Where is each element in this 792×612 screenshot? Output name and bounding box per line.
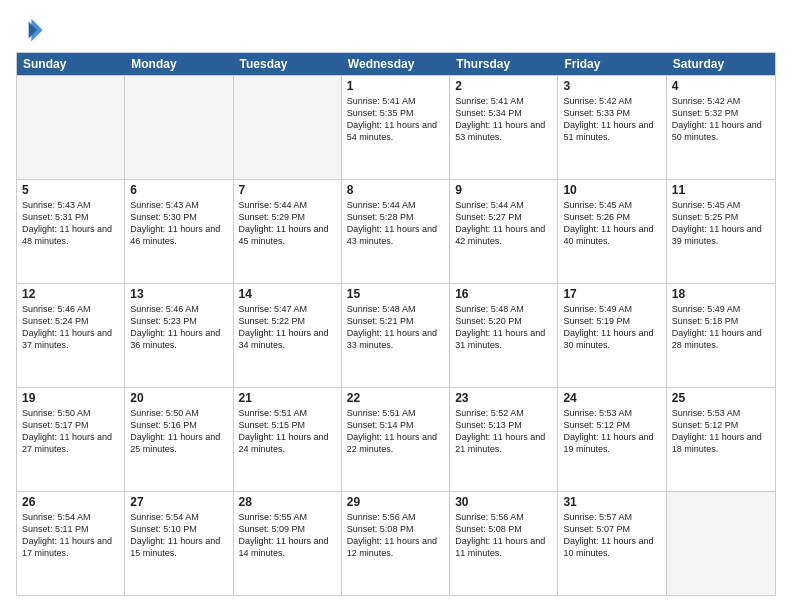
day-info: Sunrise: 5:42 AM Sunset: 5:32 PM Dayligh… — [672, 95, 770, 144]
day-cell-11: 11Sunrise: 5:45 AM Sunset: 5:25 PM Dayli… — [667, 180, 775, 283]
day-number: 19 — [22, 391, 119, 405]
day-cell-29: 29Sunrise: 5:56 AM Sunset: 5:08 PM Dayli… — [342, 492, 450, 595]
day-info: Sunrise: 5:45 AM Sunset: 5:25 PM Dayligh… — [672, 199, 770, 248]
day-cell-6: 6Sunrise: 5:43 AM Sunset: 5:30 PM Daylig… — [125, 180, 233, 283]
day-info: Sunrise: 5:51 AM Sunset: 5:14 PM Dayligh… — [347, 407, 444, 456]
day-cell-3: 3Sunrise: 5:42 AM Sunset: 5:33 PM Daylig… — [558, 76, 666, 179]
day-info: Sunrise: 5:56 AM Sunset: 5:08 PM Dayligh… — [455, 511, 552, 560]
day-info: Sunrise: 5:49 AM Sunset: 5:18 PM Dayligh… — [672, 303, 770, 352]
empty-cell — [234, 76, 342, 179]
day-info: Sunrise: 5:48 AM Sunset: 5:20 PM Dayligh… — [455, 303, 552, 352]
day-number: 13 — [130, 287, 227, 301]
calendar-header: SundayMondayTuesdayWednesdayThursdayFrid… — [17, 53, 775, 75]
day-cell-30: 30Sunrise: 5:56 AM Sunset: 5:08 PM Dayli… — [450, 492, 558, 595]
day-info: Sunrise: 5:41 AM Sunset: 5:35 PM Dayligh… — [347, 95, 444, 144]
day-cell-19: 19Sunrise: 5:50 AM Sunset: 5:17 PM Dayli… — [17, 388, 125, 491]
day-number: 29 — [347, 495, 444, 509]
header-day-friday: Friday — [558, 53, 666, 75]
day-info: Sunrise: 5:44 AM Sunset: 5:29 PM Dayligh… — [239, 199, 336, 248]
day-info: Sunrise: 5:51 AM Sunset: 5:15 PM Dayligh… — [239, 407, 336, 456]
day-info: Sunrise: 5:50 AM Sunset: 5:16 PM Dayligh… — [130, 407, 227, 456]
calendar: SundayMondayTuesdayWednesdayThursdayFrid… — [16, 52, 776, 596]
logo — [16, 16, 48, 44]
day-number: 1 — [347, 79, 444, 93]
day-info: Sunrise: 5:49 AM Sunset: 5:19 PM Dayligh… — [563, 303, 660, 352]
calendar-row-3: 19Sunrise: 5:50 AM Sunset: 5:17 PM Dayli… — [17, 387, 775, 491]
day-number: 28 — [239, 495, 336, 509]
day-info: Sunrise: 5:43 AM Sunset: 5:31 PM Dayligh… — [22, 199, 119, 248]
day-cell-20: 20Sunrise: 5:50 AM Sunset: 5:16 PM Dayli… — [125, 388, 233, 491]
day-number: 3 — [563, 79, 660, 93]
day-number: 8 — [347, 183, 444, 197]
day-number: 25 — [672, 391, 770, 405]
day-cell-21: 21Sunrise: 5:51 AM Sunset: 5:15 PM Dayli… — [234, 388, 342, 491]
calendar-body: 1Sunrise: 5:41 AM Sunset: 5:35 PM Daylig… — [17, 75, 775, 595]
header-day-monday: Monday — [125, 53, 233, 75]
day-info: Sunrise: 5:55 AM Sunset: 5:09 PM Dayligh… — [239, 511, 336, 560]
day-number: 21 — [239, 391, 336, 405]
day-cell-12: 12Sunrise: 5:46 AM Sunset: 5:24 PM Dayli… — [17, 284, 125, 387]
day-number: 4 — [672, 79, 770, 93]
header — [16, 16, 776, 44]
header-day-thursday: Thursday — [450, 53, 558, 75]
day-number: 9 — [455, 183, 552, 197]
day-info: Sunrise: 5:44 AM Sunset: 5:28 PM Dayligh… — [347, 199, 444, 248]
day-cell-22: 22Sunrise: 5:51 AM Sunset: 5:14 PM Dayli… — [342, 388, 450, 491]
day-info: Sunrise: 5:46 AM Sunset: 5:23 PM Dayligh… — [130, 303, 227, 352]
empty-cell — [125, 76, 233, 179]
day-number: 11 — [672, 183, 770, 197]
day-info: Sunrise: 5:47 AM Sunset: 5:22 PM Dayligh… — [239, 303, 336, 352]
calendar-row-0: 1Sunrise: 5:41 AM Sunset: 5:35 PM Daylig… — [17, 75, 775, 179]
day-number: 10 — [563, 183, 660, 197]
day-cell-8: 8Sunrise: 5:44 AM Sunset: 5:28 PM Daylig… — [342, 180, 450, 283]
day-number: 31 — [563, 495, 660, 509]
day-cell-14: 14Sunrise: 5:47 AM Sunset: 5:22 PM Dayli… — [234, 284, 342, 387]
day-number: 24 — [563, 391, 660, 405]
day-number: 16 — [455, 287, 552, 301]
day-cell-17: 17Sunrise: 5:49 AM Sunset: 5:19 PM Dayli… — [558, 284, 666, 387]
day-info: Sunrise: 5:54 AM Sunset: 5:11 PM Dayligh… — [22, 511, 119, 560]
day-info: Sunrise: 5:46 AM Sunset: 5:24 PM Dayligh… — [22, 303, 119, 352]
header-day-tuesday: Tuesday — [234, 53, 342, 75]
day-cell-28: 28Sunrise: 5:55 AM Sunset: 5:09 PM Dayli… — [234, 492, 342, 595]
day-number: 17 — [563, 287, 660, 301]
header-day-saturday: Saturday — [667, 53, 775, 75]
day-cell-25: 25Sunrise: 5:53 AM Sunset: 5:12 PM Dayli… — [667, 388, 775, 491]
day-info: Sunrise: 5:42 AM Sunset: 5:33 PM Dayligh… — [563, 95, 660, 144]
day-cell-5: 5Sunrise: 5:43 AM Sunset: 5:31 PM Daylig… — [17, 180, 125, 283]
day-number: 7 — [239, 183, 336, 197]
day-info: Sunrise: 5:57 AM Sunset: 5:07 PM Dayligh… — [563, 511, 660, 560]
day-info: Sunrise: 5:50 AM Sunset: 5:17 PM Dayligh… — [22, 407, 119, 456]
empty-cell — [667, 492, 775, 595]
calendar-row-2: 12Sunrise: 5:46 AM Sunset: 5:24 PM Dayli… — [17, 283, 775, 387]
day-number: 23 — [455, 391, 552, 405]
day-info: Sunrise: 5:48 AM Sunset: 5:21 PM Dayligh… — [347, 303, 444, 352]
day-cell-1: 1Sunrise: 5:41 AM Sunset: 5:35 PM Daylig… — [342, 76, 450, 179]
day-cell-10: 10Sunrise: 5:45 AM Sunset: 5:26 PM Dayli… — [558, 180, 666, 283]
day-number: 12 — [22, 287, 119, 301]
day-number: 22 — [347, 391, 444, 405]
day-cell-16: 16Sunrise: 5:48 AM Sunset: 5:20 PM Dayli… — [450, 284, 558, 387]
header-day-sunday: Sunday — [17, 53, 125, 75]
day-info: Sunrise: 5:56 AM Sunset: 5:08 PM Dayligh… — [347, 511, 444, 560]
day-cell-13: 13Sunrise: 5:46 AM Sunset: 5:23 PM Dayli… — [125, 284, 233, 387]
page: SundayMondayTuesdayWednesdayThursdayFrid… — [0, 0, 792, 612]
day-cell-23: 23Sunrise: 5:52 AM Sunset: 5:13 PM Dayli… — [450, 388, 558, 491]
day-cell-9: 9Sunrise: 5:44 AM Sunset: 5:27 PM Daylig… — [450, 180, 558, 283]
day-number: 18 — [672, 287, 770, 301]
logo-icon — [16, 16, 44, 44]
day-cell-15: 15Sunrise: 5:48 AM Sunset: 5:21 PM Dayli… — [342, 284, 450, 387]
day-number: 14 — [239, 287, 336, 301]
calendar-row-1: 5Sunrise: 5:43 AM Sunset: 5:31 PM Daylig… — [17, 179, 775, 283]
day-number: 27 — [130, 495, 227, 509]
day-cell-24: 24Sunrise: 5:53 AM Sunset: 5:12 PM Dayli… — [558, 388, 666, 491]
header-day-wednesday: Wednesday — [342, 53, 450, 75]
day-cell-2: 2Sunrise: 5:41 AM Sunset: 5:34 PM Daylig… — [450, 76, 558, 179]
day-number: 20 — [130, 391, 227, 405]
day-info: Sunrise: 5:45 AM Sunset: 5:26 PM Dayligh… — [563, 199, 660, 248]
day-info: Sunrise: 5:54 AM Sunset: 5:10 PM Dayligh… — [130, 511, 227, 560]
calendar-row-4: 26Sunrise: 5:54 AM Sunset: 5:11 PM Dayli… — [17, 491, 775, 595]
day-number: 26 — [22, 495, 119, 509]
day-number: 15 — [347, 287, 444, 301]
empty-cell — [17, 76, 125, 179]
